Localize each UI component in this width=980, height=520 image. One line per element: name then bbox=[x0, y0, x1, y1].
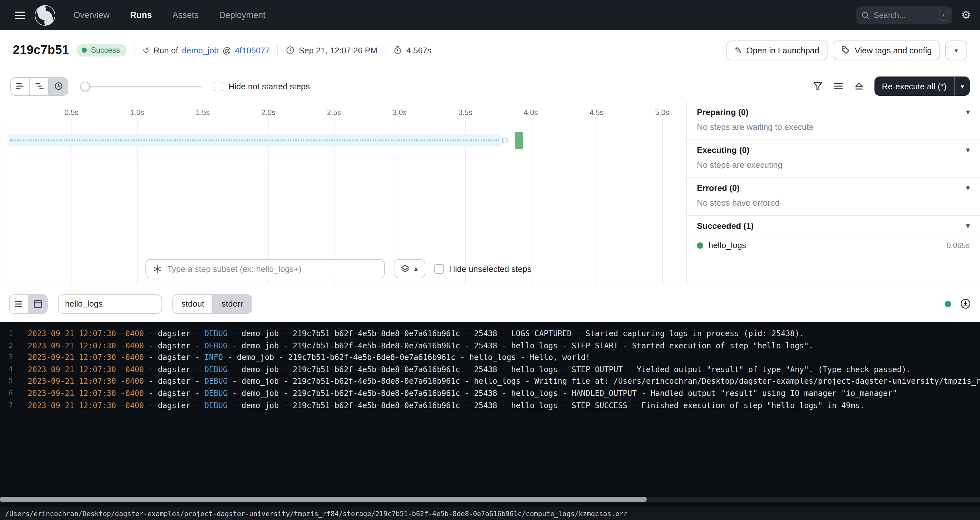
log-level: DEBUG bbox=[204, 401, 228, 410]
op-selector-icon bbox=[153, 264, 162, 274]
top-nav: Overview Runs Assets Deployment / ⚙ bbox=[0, 0, 980, 30]
gantt-toolbar: Hide not started steps Re-execute all (*… bbox=[0, 70, 980, 102]
dagster-logo[interactable] bbox=[33, 3, 57, 27]
log-source: dagster bbox=[158, 329, 191, 338]
nav-item-assets[interactable]: Assets bbox=[164, 6, 207, 24]
step-start-marker bbox=[502, 138, 508, 143]
timed-view-button[interactable] bbox=[49, 77, 68, 95]
stdout-tab[interactable]: stdout bbox=[172, 294, 213, 313]
log-message: demo_job - 219c7b51-b62f-4e5b-8de8-0e7a6… bbox=[242, 377, 980, 386]
log-toolbar-right bbox=[945, 298, 971, 309]
log-text: 2023-09-21 12:07:30 -0400 - dagster - DE… bbox=[19, 364, 911, 376]
rows-view-icon[interactable] bbox=[833, 81, 843, 91]
log-sep: - bbox=[191, 329, 204, 338]
divider bbox=[134, 44, 135, 56]
step-status-sidebar: Preparing (0) ▾ No steps are waiting to … bbox=[686, 102, 980, 285]
more-actions-button[interactable]: ▾ bbox=[945, 40, 967, 60]
horizontal-scrollbar-thumb[interactable] bbox=[0, 497, 647, 502]
section-header-executing[interactable]: Executing (0) ▾ bbox=[687, 140, 980, 159]
section-preparing: Preparing (0) ▾ No steps are waiting to … bbox=[687, 102, 980, 140]
view-tags-config-button[interactable]: View tags and config bbox=[833, 40, 940, 60]
hamburger-menu-icon[interactable] bbox=[9, 4, 31, 26]
waterfall-view-button[interactable] bbox=[30, 77, 49, 95]
horizontal-scrollbar[interactable] bbox=[0, 497, 980, 502]
waterfall-view-icon bbox=[34, 82, 43, 90]
log-text: 2023-09-21 12:07:30 -0400 - dagster - DE… bbox=[19, 388, 897, 400]
run-of-label: Run of bbox=[153, 45, 178, 55]
view-tags-config-label: View tags and config bbox=[855, 45, 932, 55]
eject-icon[interactable] bbox=[854, 81, 864, 91]
log-timestamp: 2023-09-21 12:07:30 -0400 bbox=[28, 365, 144, 374]
log-source: dagster bbox=[158, 389, 191, 398]
download-logs-icon[interactable] bbox=[960, 298, 971, 309]
nav-item-deployment[interactable]: Deployment bbox=[210, 6, 274, 24]
zoom-slider-handle[interactable] bbox=[80, 81, 90, 91]
chevron-down-icon[interactable]: ▾ bbox=[955, 82, 970, 90]
succeeded-step-row[interactable]: hello_logs 0.065s bbox=[687, 235, 980, 255]
log-sep: - bbox=[144, 353, 158, 362]
log-message: demo_job - 219c7b51-b62f-4e5b-8de8-0e7a6… bbox=[242, 341, 813, 350]
primary-nav: Overview Runs Assets Deployment bbox=[64, 6, 274, 24]
section-header-errored[interactable]: Errored (0) ▾ bbox=[687, 178, 980, 197]
search-box[interactable]: / bbox=[856, 6, 952, 24]
step-subset-input[interactable] bbox=[167, 264, 378, 274]
checkbox-icon[interactable] bbox=[434, 264, 444, 274]
hide-unselected-checkbox[interactable]: Hide unselected steps bbox=[434, 264, 531, 274]
zoom-slider-track[interactable] bbox=[80, 86, 202, 87]
nav-item-runs[interactable]: Runs bbox=[121, 6, 161, 24]
run-id: 219c7b51 bbox=[13, 43, 69, 57]
log-timestamp: 2023-09-21 12:07:30 -0400 bbox=[28, 329, 144, 338]
log-sep: - bbox=[228, 329, 241, 338]
hide-not-started-label: Hide not started steps bbox=[228, 81, 310, 91]
structured-log-view-button[interactable] bbox=[9, 294, 28, 313]
log-level: DEBUG bbox=[204, 329, 228, 338]
nav-item-overview[interactable]: Overview bbox=[64, 6, 119, 24]
snapshot-link[interactable]: 4f105077 bbox=[235, 45, 270, 55]
status-dot-icon bbox=[82, 48, 87, 53]
step-subset-box[interactable] bbox=[145, 259, 385, 278]
section-header-succeeded[interactable]: Succeeded (1) ▾ bbox=[687, 216, 980, 235]
run-duration: 4.567s bbox=[406, 45, 431, 55]
graph-query-toggle-button[interactable]: ▲ bbox=[394, 259, 425, 278]
log-timestamp: 2023-09-21 12:07:30 -0400 bbox=[28, 389, 144, 398]
log-sep: - bbox=[228, 365, 241, 374]
filter-funnel-icon[interactable] bbox=[812, 81, 822, 91]
raw-log-view-button[interactable] bbox=[28, 294, 48, 313]
log-sep: - bbox=[191, 341, 204, 350]
search-input[interactable] bbox=[874, 11, 935, 20]
reexecute-all-button[interactable]: Re-execute all (*) ▾ bbox=[874, 76, 970, 96]
log-line-number: 5 bbox=[0, 376, 19, 388]
hide-not-started-checkbox[interactable]: Hide not started steps bbox=[214, 81, 310, 91]
open-in-launchpad-button[interactable]: ✎ Open in Launchpad bbox=[727, 40, 828, 60]
at-sign: @ bbox=[223, 45, 231, 55]
log-live-dot bbox=[945, 301, 951, 307]
settings-gear-icon[interactable]: ⚙ bbox=[961, 10, 971, 21]
start-time-meta: Sep 21, 12:07:26 PM bbox=[286, 45, 377, 55]
log-sep: - bbox=[191, 377, 204, 386]
flat-view-button[interactable] bbox=[10, 77, 30, 95]
checkbox-icon[interactable] bbox=[214, 81, 223, 91]
run-header-actions: ✎ Open in Launchpad View tags and config… bbox=[727, 40, 967, 60]
duration-meta: 4.567s bbox=[393, 45, 431, 55]
section-header-preparing[interactable]: Preparing (0) ▾ bbox=[687, 102, 980, 121]
job-link[interactable]: demo_job bbox=[182, 45, 219, 55]
log-sep: - bbox=[144, 377, 158, 386]
section-title: Succeeded (1) bbox=[697, 221, 754, 231]
open-in-launchpad-label: Open in Launchpad bbox=[746, 45, 819, 55]
tag-icon bbox=[842, 46, 850, 55]
log-line-number: 2 bbox=[0, 340, 19, 352]
run-of-meta: ↺ Run of demo_job @ 4f105077 bbox=[143, 45, 270, 55]
log-sep: - bbox=[191, 353, 204, 362]
log-filter-input[interactable] bbox=[58, 294, 162, 313]
log-file-path-bar: /Users/erincochran/Desktop/dagster-examp… bbox=[0, 507, 980, 520]
chevron-down-icon: ▾ bbox=[955, 47, 958, 54]
log-line-number: 3 bbox=[0, 352, 19, 363]
stderr-tab[interactable]: stderr bbox=[213, 294, 252, 313]
step-bar-hello-logs[interactable] bbox=[515, 132, 523, 149]
log-level: DEBUG bbox=[204, 377, 228, 386]
log-timestamp: 2023-09-21 12:07:30 -0400 bbox=[28, 401, 144, 410]
section-title: Errored (0) bbox=[697, 183, 740, 193]
zoom-slider[interactable] bbox=[80, 78, 202, 95]
search-icon bbox=[861, 11, 870, 20]
log-source: dagster bbox=[158, 401, 191, 410]
